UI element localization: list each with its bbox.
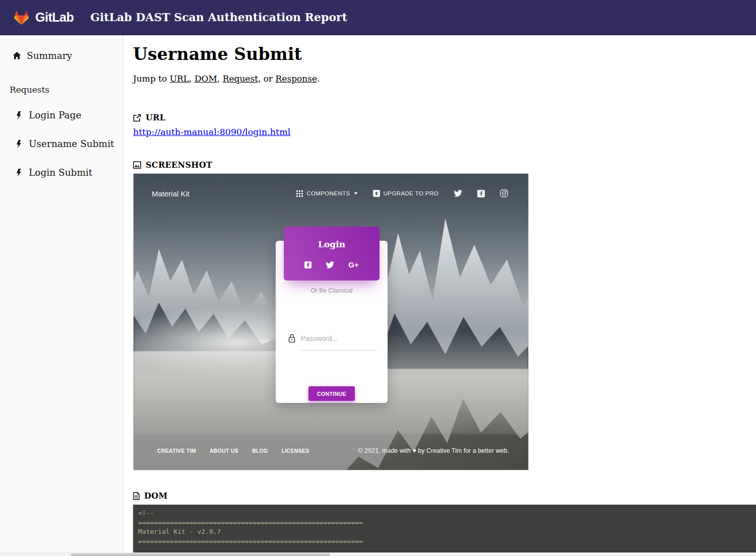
home-icon bbox=[13, 52, 21, 59]
jump-link-url[interactable]: URL bbox=[170, 74, 189, 84]
grid-icon bbox=[296, 190, 303, 197]
lock-icon bbox=[288, 333, 296, 343]
document-icon bbox=[133, 492, 140, 500]
page-title: Username Submit bbox=[133, 44, 756, 64]
sidebar-username-submit-label: Username Submit bbox=[29, 138, 114, 149]
horizontal-scrollbar-thumb[interactable] bbox=[71, 553, 330, 556]
screenshot-footer: CREATIVE TIM ABOUT US BLOG LICENSES © 20… bbox=[134, 432, 528, 470]
jump-line: Jump to URL, DOM, Request, or Response. bbox=[133, 74, 756, 84]
jump-sep: , or bbox=[258, 74, 276, 84]
code-line: ========================================… bbox=[138, 518, 751, 528]
code-line: <!-- bbox=[138, 509, 751, 518]
footer-copyright: © 2021, made with ♥ by Creative Tim for … bbox=[358, 447, 509, 454]
jump-link-dom[interactable]: DOM bbox=[195, 74, 217, 84]
upgrade-icon bbox=[373, 190, 380, 197]
screenshot-password-field: Password... bbox=[288, 333, 376, 343]
sidebar-login-page-label: Login Page bbox=[29, 110, 81, 120]
jump-link-request[interactable]: Request bbox=[223, 74, 258, 84]
screenshot-login-header: Login G+ bbox=[284, 227, 380, 281]
google-plus-icon: G+ bbox=[348, 260, 358, 269]
sidebar-item-login-page[interactable]: Login Page bbox=[15, 110, 123, 120]
screenshot-components-menu: COMPONENTS bbox=[296, 190, 357, 197]
screenshot-password-placeholder: Password... bbox=[301, 334, 338, 343]
sidebar-item-login-submit[interactable]: Login Submit bbox=[15, 167, 123, 178]
image-icon bbox=[133, 161, 141, 169]
url-section-heading: URL bbox=[133, 113, 756, 122]
main-content: Username Submit Jump to URL, DOM, Reques… bbox=[123, 35, 756, 556]
horizontal-scrollbar-track bbox=[0, 552, 756, 556]
report-header: GitLab GitLab DAST Scan Authentication R… bbox=[0, 0, 756, 35]
sidebar-item-username-submit[interactable]: Username Submit bbox=[15, 138, 123, 149]
footer-link-about-us: ABOUT US bbox=[210, 448, 238, 454]
facebook-icon bbox=[304, 261, 311, 268]
components-label: COMPONENTS bbox=[306, 190, 350, 196]
sidebar-requests-heading: Requests bbox=[10, 85, 123, 95]
gitlab-tanuki-logo bbox=[12, 9, 31, 26]
twitter-icon bbox=[326, 261, 334, 268]
jump-sep: , bbox=[189, 74, 195, 84]
jump-suffix: . bbox=[317, 74, 320, 84]
footer-link-licenses: LICENSES bbox=[282, 448, 309, 454]
chevron-down-icon bbox=[354, 192, 358, 194]
twitter-icon bbox=[454, 190, 462, 197]
upgrade-label: UPGRADE TO PRO bbox=[384, 190, 438, 196]
bolt-icon bbox=[15, 140, 23, 148]
screenshot-login-title: Login bbox=[284, 239, 380, 249]
code-line: Material Kit - v2.0.7 bbox=[138, 527, 751, 537]
jump-prefix: Jump to bbox=[133, 74, 170, 84]
bolt-icon bbox=[15, 111, 23, 119]
screenshot-upgrade-link: UPGRADE TO PRO bbox=[373, 190, 438, 197]
code-line: ========================================… bbox=[138, 537, 751, 546]
report-title: GitLab DAST Scan Authentication Report bbox=[90, 11, 347, 24]
url-section-label: URL bbox=[146, 113, 165, 122]
auth-screenshot-image: Material Kit COMPONENTS bbox=[133, 173, 529, 470]
screenshot-brand: Material Kit bbox=[152, 189, 190, 198]
screenshot-section-heading: SCREENSHOT bbox=[133, 160, 756, 170]
facebook-icon bbox=[477, 190, 485, 197]
screenshot-navbar: Material Kit COMPONENTS bbox=[134, 174, 528, 213]
jump-sep: , bbox=[217, 74, 223, 84]
screenshot-continue-button: CONTINUE bbox=[308, 386, 355, 401]
bolt-icon bbox=[15, 169, 23, 177]
jump-link-response[interactable]: Response bbox=[276, 74, 317, 84]
dom-code-block: <!-- ===================================… bbox=[133, 505, 756, 556]
footer-link-creative-tim: CREATIVE TIM bbox=[157, 448, 196, 454]
screenshot-section-label: SCREENSHOT bbox=[146, 160, 212, 170]
dom-section-label: DOM bbox=[144, 491, 167, 501]
footer-link-blog: BLOG bbox=[252, 448, 268, 454]
gitlab-wordmark: GitLab bbox=[35, 10, 74, 25]
sidebar: Summary Requests Login Page Username Sub… bbox=[0, 35, 123, 556]
scanned-url-link[interactable]: http://auth-manual:8090/login.html bbox=[133, 127, 290, 137]
screenshot-divider-text: Or Be Classical bbox=[276, 287, 388, 294]
external-link-icon bbox=[133, 114, 141, 122]
sidebar-item-summary[interactable]: Summary bbox=[13, 50, 123, 61]
sidebar-summary-label: Summary bbox=[27, 50, 72, 61]
sidebar-login-submit-label: Login Submit bbox=[29, 167, 92, 178]
input-underline bbox=[300, 350, 376, 351]
instagram-icon bbox=[500, 189, 508, 197]
dom-section-heading: DOM bbox=[133, 491, 756, 501]
